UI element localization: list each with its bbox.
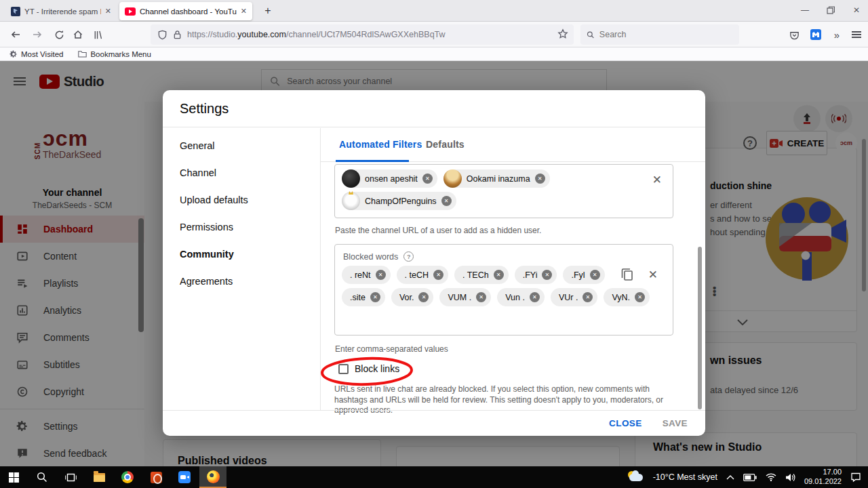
window-minimize-button[interactable]: — (793, 0, 816, 20)
pocket-icon[interactable] (785, 26, 803, 43)
settings-nav-general[interactable]: General (163, 132, 320, 159)
community-tabs: Automated Filters Defaults (321, 128, 705, 162)
youtube-favicon (125, 7, 136, 16)
tracking-shield-icon[interactable] (157, 30, 167, 40)
close-tab-icon[interactable]: ✕ (241, 7, 247, 16)
remove-chip-icon[interactable] (535, 174, 545, 184)
clear-hidden-users-icon[interactable] (652, 174, 662, 186)
weather-text[interactable]: -10°C Mest skyet (653, 472, 717, 482)
browser-search-input[interactable] (599, 30, 733, 39)
remove-chip-icon[interactable] (542, 270, 552, 280)
window-close-button[interactable]: ✕ (845, 0, 868, 20)
taskbar-search-icon[interactable] (28, 466, 56, 488)
dialog-scrollbar[interactable] (698, 247, 702, 409)
block-links-row: Block links (338, 363, 399, 374)
blocked-word-chip: .Fyl (563, 266, 604, 284)
overflow-chevron-icon[interactable]: » (827, 26, 845, 43)
settings-nav-permissions[interactable]: Permissions (163, 214, 320, 241)
tab-defaults[interactable]: Defaults (426, 139, 465, 150)
settings-nav-upload-defaults[interactable]: Upload defaults (163, 186, 320, 214)
blocked-words-field[interactable]: Blocked words . reNt . teCH . TECh .FYi … (334, 244, 673, 336)
zoom-icon[interactable] (171, 466, 198, 488)
chrome-icon[interactable] (114, 466, 141, 488)
back-icon[interactable] (7, 26, 24, 43)
bookmark-most-visited[interactable]: Most Visited (9, 50, 63, 58)
settings-nav-channel[interactable]: Channel (163, 159, 320, 186)
tab-youtube-video[interactable]: YT - Irriterende spam boter - Int ✕ (5, 2, 117, 20)
remove-chip-icon[interactable] (635, 292, 645, 302)
forward-icon[interactable] (28, 26, 46, 43)
dialog-footer: CLOSE SAVE (163, 410, 705, 436)
url-text: https://studio.youtube.com/channel/UCt7M… (187, 30, 446, 39)
hidden-user-chip: Ookami inazuma (443, 169, 550, 188)
reload-icon[interactable] (50, 26, 68, 43)
file-explorer-icon[interactable] (85, 466, 113, 488)
remove-chip-icon[interactable] (441, 196, 452, 206)
windows-taskbar: -10°C Mest skyet 17.00 09.01.2022 (0, 466, 868, 488)
remove-chip-icon[interactable] (370, 292, 380, 302)
task-view-icon[interactable] (57, 466, 84, 488)
volume-icon[interactable] (785, 473, 795, 482)
dialog-title: Settings (163, 90, 705, 127)
browser-tab-bar: YT - Irriterende spam boter - Int ✕ Chan… (0, 0, 868, 22)
gear-icon (9, 50, 18, 58)
browser-search-bar[interactable] (580, 24, 739, 45)
wifi-icon[interactable] (766, 473, 776, 481)
clear-blocked-words-icon[interactable] (648, 269, 658, 281)
battery-icon[interactable] (743, 474, 757, 481)
tab-title: Channel dashboard - YouTube S (140, 7, 237, 16)
settings-dialog: Settings General Channel Upload defaults… (163, 90, 705, 436)
tray-chevron-up-icon[interactable] (726, 475, 734, 480)
folder-icon (78, 50, 87, 58)
remove-chip-icon[interactable] (494, 270, 504, 280)
remove-chip-icon[interactable] (418, 292, 429, 302)
weather-icon[interactable] (627, 471, 644, 483)
remove-chip-icon[interactable] (376, 270, 386, 280)
save-button[interactable]: SAVE (663, 418, 688, 428)
remove-chip-icon[interactable] (433, 270, 443, 280)
tab-favicon (11, 7, 20, 16)
notifications-icon[interactable] (850, 472, 861, 482)
remove-chip-icon[interactable] (422, 174, 433, 184)
menu-icon[interactable] (848, 26, 865, 43)
firefox-icon[interactable] (199, 466, 226, 488)
malwarebytes-icon[interactable] (807, 26, 825, 43)
date: 09.01.2022 (804, 477, 842, 485)
new-tab-button[interactable]: + (260, 4, 275, 19)
avatar (342, 192, 360, 210)
lock-icon[interactable] (173, 30, 182, 39)
bookmark-star-icon[interactable] (557, 28, 568, 39)
library-icon[interactable] (89, 26, 106, 43)
window-restore-button[interactable] (819, 0, 842, 20)
close-tab-icon[interactable]: ✕ (105, 7, 111, 16)
settings-nav-community[interactable]: Community (163, 241, 320, 268)
screen: YT - Irriterende spam boter - Int ✕ Chan… (0, 0, 868, 488)
hidden-users-helper: Paste the channel URL of a user to add a… (335, 226, 541, 235)
office-icon[interactable] (142, 466, 170, 488)
tab-automated-filters[interactable]: Automated Filters (339, 139, 422, 150)
url-bar[interactable]: https://studio.youtube.com/channel/UCt7M… (151, 24, 574, 45)
bookmark-menu-folder[interactable]: Bookmarks Menu (78, 50, 151, 58)
avatar (342, 169, 360, 188)
remove-chip-icon[interactable] (590, 270, 600, 280)
tab-channel-dashboard[interactable]: Channel dashboard - YouTube S ✕ (119, 2, 252, 20)
block-links-checkbox[interactable] (338, 364, 349, 374)
hidden-user-chip: ChampOfPenguins (342, 192, 456, 210)
blocked-words-label: Blocked words (343, 251, 666, 262)
blocked-word-chip: Vun . (497, 288, 545, 306)
home-icon[interactable] (69, 26, 87, 43)
remove-chip-icon[interactable] (530, 292, 540, 302)
settings-nav-agreements[interactable]: Agreements (163, 268, 320, 295)
close-button[interactable]: CLOSE (609, 418, 642, 428)
help-icon[interactable] (403, 251, 414, 262)
blocked-word-chip: VUr . (551, 288, 597, 306)
hidden-users-field[interactable]: onsen apeshit Ookami inazuma (334, 164, 673, 218)
blocked-words-helper: Enter comma-separated values (335, 344, 448, 354)
copy-icon[interactable] (621, 268, 633, 281)
taskbar-clock[interactable]: 17.00 09.01.2022 (804, 468, 842, 487)
remove-chip-icon[interactable] (583, 292, 593, 302)
remove-chip-icon[interactable] (476, 292, 486, 302)
tab-title: YT - Irriterende spam boter - Int (24, 7, 101, 16)
start-button[interactable] (0, 466, 27, 488)
blocked-word-chip: . teCH (397, 266, 448, 284)
